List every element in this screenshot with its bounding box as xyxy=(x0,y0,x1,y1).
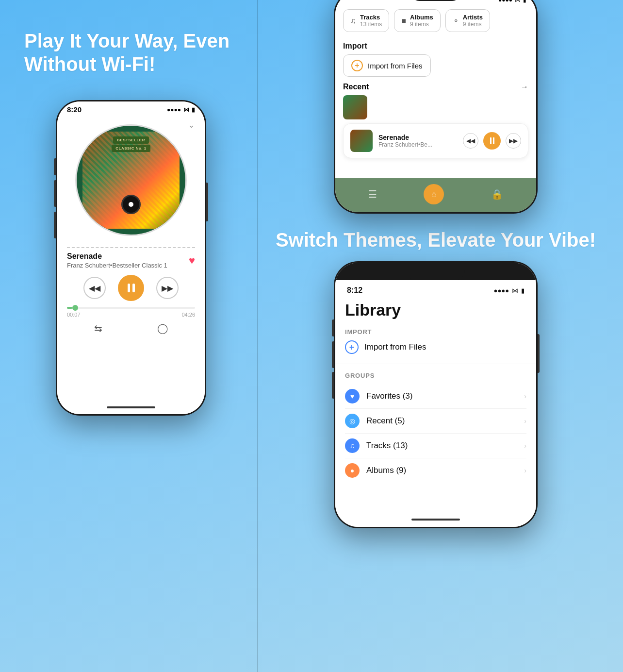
time-total: 04:26 xyxy=(181,312,195,318)
tracks-icon: ♫ xyxy=(350,17,356,25)
p3-groups-section-header: GROUPS xyxy=(345,372,526,379)
artists-icon: ⚬ xyxy=(453,16,459,25)
p3-library-title: Library xyxy=(345,301,526,319)
p3-group-tracks[interactable]: ♫ Tracks (13) › xyxy=(345,434,526,458)
track-text: Serenade Franz Schubert•Bestseller Class… xyxy=(67,252,167,269)
p2-tab-artists-name: Artists xyxy=(463,14,483,21)
status-time-1: 8:20 xyxy=(67,105,82,114)
extra-controls: ⇆ ◯ xyxy=(67,322,195,334)
albums-icon: ■ xyxy=(401,17,406,25)
p2-tb-home-icon: ⌂ xyxy=(431,189,437,200)
p3-import-row[interactable]: + Import from Files xyxy=(345,340,526,354)
p3-group-chevron-icon-4: › xyxy=(524,467,526,474)
p2-status-bar: ●●●● ⋈ ▮ xyxy=(335,0,536,5)
right-panel: ●●●● ⋈ ▮ ♫ Tracks 13 items xyxy=(258,0,623,672)
p2-recent-header: Recent → xyxy=(343,83,528,91)
p2-tb-menu-icon[interactable]: ☰ xyxy=(368,188,377,200)
p2-pause-icon xyxy=(490,137,494,144)
battery-icon: ▮ xyxy=(192,106,195,113)
p2-tab-albums-name: Albums xyxy=(410,14,433,21)
p3-group-favorites-label: Favorites (3) xyxy=(366,391,524,401)
p2-tab-artists[interactable]: ⚬ Artists 9 items xyxy=(445,9,490,32)
playback-controls: ◀◀ ▶▶ xyxy=(83,275,179,301)
p2-pause-bar-l xyxy=(490,137,492,144)
pause-bar-left xyxy=(128,284,130,292)
p2-tab-artists-count: 9 items xyxy=(463,21,483,28)
side-btn-silent xyxy=(54,158,56,175)
p3-home-indicator xyxy=(335,512,536,527)
track-artist: Franz Schubert•Bestseller Classic 1 xyxy=(67,262,167,269)
pause-icon xyxy=(128,284,135,292)
phone-2-inner: ●●●● ⋈ ▮ ♫ Tracks 13 items xyxy=(335,0,536,212)
vinyl-center xyxy=(121,195,141,214)
p2-np-controls: ◀◀ ▶▶ xyxy=(463,132,521,150)
p3-recent-icon: ◎ xyxy=(345,414,360,428)
p2-tb-lock-icon[interactable]: 🔒 xyxy=(491,188,503,200)
phone-3-wrapper: 8:12 ●●●● ⋈ ▮ Library IMPORT + Import fr… xyxy=(334,261,538,528)
p3-side-btn-vol-up xyxy=(332,341,334,368)
p2-np-next-btn[interactable]: ▶▶ xyxy=(506,133,521,149)
phone-1: 8:20 ●●●● ⋈ ▮ ⌄ BESTSELLER CLASSIC No. 1 xyxy=(56,100,206,416)
time-labels: 00:07 04:26 xyxy=(67,312,195,318)
wifi-icon: ⋈ xyxy=(183,106,189,113)
album-art: BESTSELLER CLASSIC No. 1 xyxy=(82,132,180,229)
p3-recent-clock-icon: ◎ xyxy=(349,417,355,425)
p3-group-albums[interactable]: ● Albums (9) › xyxy=(345,458,526,483)
progress-dot xyxy=(72,305,78,311)
p3-group-favorites[interactable]: ♥ Favorites (3) › xyxy=(345,384,526,409)
p3-favorites-icon: ♥ xyxy=(345,389,360,403)
p2-tab-tracks-count: 13 items xyxy=(360,21,382,28)
p3-group-recent[interactable]: ◎ Recent (5) › xyxy=(345,409,526,434)
p2-recent-label: Recent xyxy=(343,83,369,91)
vinyl-dot xyxy=(129,202,133,207)
p3-albums-circle-icon: ● xyxy=(350,467,354,474)
phone-3-inner: 8:12 ●●●● ⋈ ▮ Library IMPORT + Import fr… xyxy=(335,263,536,527)
p2-np-album-art xyxy=(350,130,373,152)
p2-tab-tracks[interactable]: ♫ Tracks 13 items xyxy=(343,9,389,32)
p3-status-icons: ●●●● ⋈ ▮ xyxy=(494,287,525,294)
status-icons-1: ●●●● ⋈ ▮ xyxy=(167,106,195,113)
p2-import-button[interactable]: + Import from Files xyxy=(343,54,431,77)
next-button[interactable]: ▶▶ xyxy=(156,277,179,299)
p3-time: 8:12 xyxy=(347,286,362,295)
p2-import-btn-label: Import from Files xyxy=(368,62,423,70)
p2-tab-tracks-info: Tracks 13 items xyxy=(360,14,382,28)
side-btn-vol-down xyxy=(54,212,56,238)
p2-screen: ♫ Tracks 13 items ■ Albums 9 items xyxy=(335,5,536,178)
favorite-heart-icon[interactable]: ♥ xyxy=(189,254,195,267)
p2-tab-tracks-name: Tracks xyxy=(360,14,382,21)
p3-group-tracks-label: Tracks (13) xyxy=(366,441,524,451)
progress-fill xyxy=(67,307,72,309)
prev-button[interactable]: ◀◀ xyxy=(83,277,106,299)
p3-notch xyxy=(407,267,465,280)
p3-import-label: Import from Files xyxy=(364,342,426,352)
p2-tb-home-button[interactable]: ⌂ xyxy=(424,184,444,204)
time-current: 00:07 xyxy=(67,312,81,318)
shuffle-icon[interactable]: ⇆ xyxy=(94,322,102,334)
airplay-icon[interactable]: ◯ xyxy=(157,322,168,334)
p2-recent-thumb-1 xyxy=(343,95,367,119)
progress-bar[interactable] xyxy=(67,307,195,309)
p2-tab-albums[interactable]: ■ Albums 9 items xyxy=(394,9,440,32)
p2-np-pause-btn[interactable] xyxy=(483,132,501,150)
p2-import-label-heading: Import xyxy=(343,42,528,50)
pause-button[interactable] xyxy=(118,275,144,301)
p3-screen: Library IMPORT + Import from Files GROUP… xyxy=(335,297,536,512)
p3-group-chevron-icon-1: › xyxy=(524,392,526,400)
p2-np-prev-btn[interactable]: ◀◀ xyxy=(463,133,478,149)
p3-group-albums-label: Albums (9) xyxy=(366,466,524,475)
p2-np-title: Serenade xyxy=(378,134,457,141)
p2-wifi-icon: ⋈ xyxy=(515,0,521,3)
p2-pause-bar-r xyxy=(493,137,494,144)
p3-group-recent-label: Recent (5) xyxy=(366,416,524,426)
p3-side-btn-silent xyxy=(332,319,334,336)
home-indicator-1 xyxy=(57,401,205,414)
p3-home-bar xyxy=(411,519,460,521)
phone-1-inner: 8:20 ●●●● ⋈ ▮ ⌄ BESTSELLER CLASSIC No. 1 xyxy=(57,101,205,414)
chevron-down-icon[interactable]: ⌄ xyxy=(188,119,195,130)
p3-divider-1 xyxy=(335,364,536,364)
dashed-divider xyxy=(67,247,195,248)
p2-recent-arrow-icon[interactable]: → xyxy=(521,83,528,91)
side-btn-power xyxy=(206,183,208,221)
phone-2-wrapper: ●●●● ⋈ ▮ ♫ Tracks 13 items xyxy=(334,0,538,214)
